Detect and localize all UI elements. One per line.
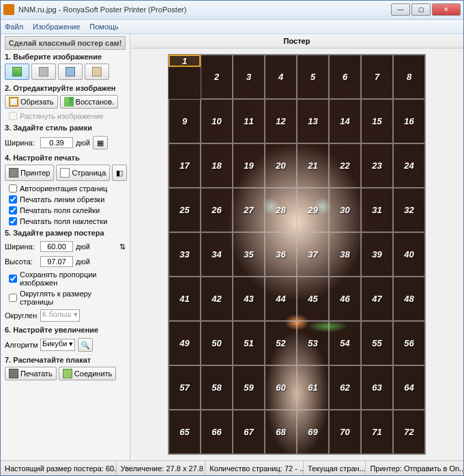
poster-cell[interactable]: 63 [361,365,393,410]
poster-cell[interactable]: 22 [329,143,361,188]
poster-cell[interactable]: 50 [201,321,233,365]
poster-cell[interactable]: 24 [393,143,425,188]
keepratio-checkbox[interactable] [9,275,17,283]
poster-cell[interactable]: 12 [265,99,297,143]
poster-cell[interactable]: 48 [393,277,425,321]
menu-help[interactable]: Помощь [89,23,119,31]
poster-cell[interactable]: 11 [233,99,265,143]
print-button[interactable]: Печатать [5,367,57,380]
restore-button[interactable]: Восстанов. [60,95,119,109]
overlapfields-row[interactable]: Печатать поля наклестки [9,217,126,225]
poster-cell[interactable]: 58 [201,365,233,410]
frame-picker-button[interactable]: ▦ [93,136,108,150]
printer-button[interactable]: Принтер [5,165,54,181]
poster-cell[interactable]: 45 [297,277,329,321]
poster-cell[interactable]: 30 [329,188,361,232]
poster-cell[interactable]: 9 [169,99,201,143]
poster-cell[interactable]: 14 [329,99,361,143]
roundpage-checkbox[interactable] [9,294,17,302]
poster-cell[interactable]: 54 [329,321,361,365]
poster-cell[interactable]: 65 [169,410,201,454]
poster-cell[interactable]: 6 [329,55,361,99]
poster-cell[interactable]: 15 [361,99,393,143]
poster-cell[interactable]: 51 [233,321,265,365]
poster-cell[interactable]: 18 [201,143,233,188]
stretch-checkbox[interactable] [9,112,17,120]
keepratio-row[interactable]: Сохранять пропорции изображен [9,270,126,287]
maximize-button[interactable]: ▢ [411,3,431,16]
spinner-up-down-icon[interactable]: ⇅ [119,242,126,251]
poster-cell[interactable]: 49 [169,321,201,365]
poster-cell[interactable]: 34 [201,232,233,277]
poster-cell[interactable]: 20 [265,143,297,188]
poster-cell[interactable]: 4 [265,55,297,99]
poster-cell[interactable]: 57 [169,365,201,410]
crop-button[interactable]: Обрезать [5,95,58,109]
poster-cell[interactable]: 1 [169,55,201,67]
poster-cell[interactable]: 39 [361,232,393,277]
poster-cell[interactable]: 68 [265,410,297,454]
poster-cell[interactable]: 52 [265,321,297,365]
overlapfields-checkbox[interactable] [9,217,17,225]
poster-cell[interactable]: 61 [297,365,329,410]
open-image-button[interactable] [5,64,29,80]
page-extra-button[interactable]: ◧ [112,165,127,181]
frame-width-input[interactable] [40,137,73,148]
poster-cell[interactable]: 59 [233,365,265,410]
poster-cell[interactable]: 55 [361,321,393,365]
cutlines-row[interactable]: Печатать линии обрезки [9,195,126,204]
poster-cell[interactable]: 31 [361,188,393,232]
page-button[interactable]: Страница [56,165,110,181]
autoorient-checkbox[interactable] [9,184,17,193]
poster-cell[interactable]: 29 [297,188,329,232]
algo-select[interactable]: Бикуби ▾ [40,339,75,351]
poster-cell[interactable]: 64 [393,365,425,410]
minimize-button[interactable]: — [391,3,410,16]
poster-cell[interactable]: 5 [297,55,329,99]
merge-button[interactable]: Соединить [59,367,117,380]
poster-height-input[interactable] [40,256,73,267]
poster-cell[interactable]: 17 [169,143,201,188]
stretch-checkbox-row[interactable]: Растянуть изображение [9,112,126,120]
poster-cell[interactable]: 35 [233,232,265,277]
poster-cell[interactable]: 72 [393,410,425,454]
poster-width-input[interactable] [40,241,73,252]
poster-cell[interactable]: 27 [233,188,265,232]
poster-cell[interactable]: 19 [233,143,265,188]
poster-cell[interactable]: 71 [361,410,393,454]
menu-file[interactable]: Файл [5,23,23,31]
poster-cell[interactable]: 70 [329,410,361,454]
close-button[interactable]: ✕ [432,3,461,16]
poster-cell[interactable]: 69 [297,410,329,454]
poster-cell[interactable]: 67 [233,410,265,454]
gluefields-checkbox[interactable] [9,206,17,214]
poster-cell[interactable]: 26 [201,188,233,232]
poster-cell[interactable]: 3 [233,55,265,99]
roundpage-row[interactable]: Округлять к размеру страницы [9,290,126,306]
poster-cell[interactable]: 13 [297,99,329,143]
poster-cell[interactable]: 47 [361,277,393,321]
poster-cell[interactable]: 23 [361,143,393,188]
poster-cell[interactable]: 32 [393,188,425,232]
poster-cell[interactable]: 36 [265,232,297,277]
poster-cell[interactable]: 62 [329,365,361,410]
poster-grid[interactable]: 1234567891011121314151617181920212223242… [168,54,426,455]
poster-cell[interactable]: 66 [201,410,233,454]
scanner-button[interactable] [31,64,56,80]
round-select[interactable]: К больш ▾ [40,309,80,322]
poster-cell[interactable]: 43 [233,277,265,321]
poster-cell[interactable]: 41 [169,277,201,321]
poster-cell[interactable]: 40 [393,232,425,277]
poster-cell[interactable]: 38 [329,232,361,277]
poster-cell[interactable]: 46 [329,277,361,321]
poster-cell[interactable]: 7 [361,55,393,99]
zoom-preview-button[interactable]: 🔍 [78,338,93,352]
menu-image[interactable]: Изображение [33,23,80,31]
camera-button[interactable] [58,64,83,80]
poster-cell[interactable]: 8 [393,55,425,99]
poster-cell[interactable]: 53 [297,321,329,365]
poster-cell[interactable]: 2 [201,55,233,99]
poster-cell[interactable]: 21 [297,143,329,188]
poster-cell[interactable]: 10 [201,99,233,143]
poster-cell[interactable]: 25 [169,188,201,232]
